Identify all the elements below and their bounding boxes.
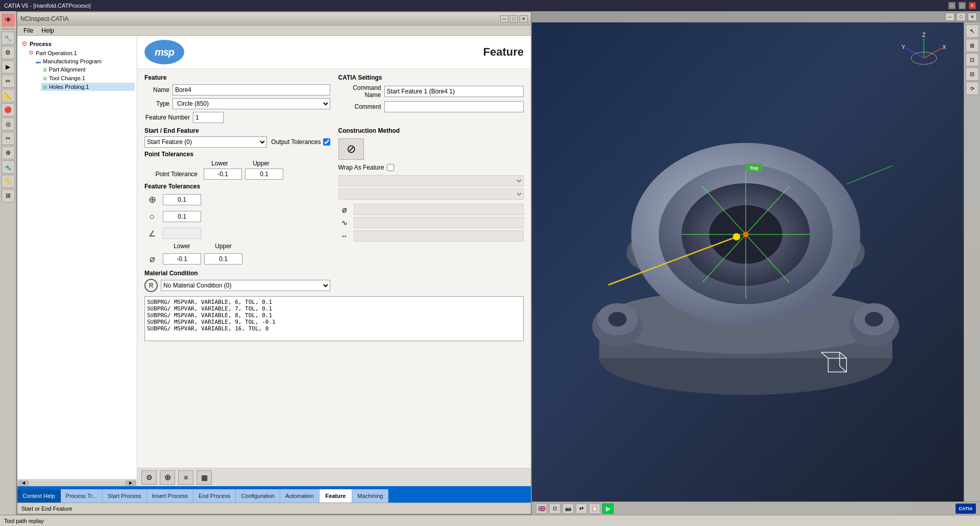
bottom-icon-toolbar: ⚙ ⊕ ≡ ▦ — [137, 468, 531, 486]
vp-bottom-btn-5[interactable]: 📋 — [589, 504, 600, 514]
tool-btn-9[interactable]: ⊕ — [2, 146, 15, 159]
construct-dropdown-2[interactable] — [338, 188, 524, 200]
point-tol-upper-input[interactable] — [245, 169, 283, 180]
file-menu[interactable]: File — [19, 26, 37, 35]
vp-max-btn[interactable]: □ — [957, 13, 966, 21]
type-select[interactable]: Circle (850) — [173, 98, 330, 109]
vp-tool-2[interactable]: ⊞ — [966, 39, 979, 52]
vp-min-btn[interactable]: ─ — [945, 13, 954, 21]
wrap-as-feature-row: Wrap As Feature — [338, 164, 524, 171]
output-tol-label: Output Tolerances — [271, 138, 321, 146]
bottom-btn-1[interactable]: ⚙ — [141, 470, 157, 485]
hscroll-track[interactable] — [29, 481, 126, 486]
mfg-icon: ▬ — [36, 59, 41, 64]
vp-bottom-btn-4[interactable]: ⇄ — [576, 504, 587, 514]
global-status-bar: Tool path replay — [0, 515, 980, 526]
tab-start-process[interactable]: Start Process — [103, 489, 147, 503]
vp-bottom-btn-3[interactable]: 📷 — [562, 504, 574, 514]
os-minimize-btn[interactable]: ─ — [948, 2, 955, 9]
tab-configuration[interactable]: Configuration — [236, 489, 280, 503]
tool-btn-4[interactable]: ✏ — [2, 75, 15, 88]
sym-input-1[interactable] — [354, 204, 524, 215]
bottom-btn-2[interactable]: ⊕ — [160, 470, 175, 485]
feature-title: Feature — [483, 45, 524, 59]
feat-tol-upper-input[interactable] — [204, 253, 242, 265]
tab-insert-process[interactable]: Insert Process — [147, 489, 193, 503]
vp-bottom-btn-1[interactable]: 🇬🇧 — [536, 504, 547, 514]
panel-minimize-btn[interactable]: ─ — [500, 15, 508, 22]
vp-tool-4[interactable]: ⊟ — [966, 67, 979, 81]
svg-point-9 — [608, 312, 627, 327]
tool-btn-12[interactable]: ⊞ — [2, 189, 15, 202]
material-condition-row: R No Material Condition (0) — [144, 279, 330, 292]
tree-mfg-item[interactable]: ▬ Manufacturing Program — [34, 57, 135, 65]
command-name-input[interactable] — [384, 86, 524, 97]
vp-close-btn[interactable]: ✕ — [968, 13, 977, 21]
feat-tol-input-2[interactable] — [163, 211, 201, 222]
tree-holes-item[interactable]: ⊞ Holes Probing.1 — [41, 83, 135, 91]
viewport-3d-content: Z X Y — [532, 22, 980, 501]
tool-btn-1[interactable]: 🔧 — [2, 32, 15, 45]
tree-mfg-label: Manufacturing Program — [43, 58, 102, 64]
feature-number-input[interactable] — [193, 112, 224, 123]
tool-btn-5[interactable]: 📐 — [2, 89, 15, 102]
global-left-toolbar: 👁 🔧 ⚙ ▶ ✏ 📐 🔴 ◎ ✂ ⊕ 🔩 📏 ⊞ — [0, 11, 16, 515]
tree-toolchange-item[interactable]: ⊞ Tool Change.1 — [41, 74, 135, 82]
construct-dropdown-1[interactable] — [338, 175, 524, 186]
output-tol-checkbox[interactable] — [323, 138, 330, 146]
vp-tool-1[interactable]: ↖ — [966, 25, 979, 38]
tab-context-help[interactable]: Context Help — [17, 489, 61, 503]
comment-input[interactable] — [384, 101, 524, 112]
hscroll-right-btn[interactable]: ▶ — [126, 481, 136, 486]
lower-col-header: Lower — [201, 160, 239, 167]
start-end-select[interactable]: Start Feature (0) — [144, 136, 267, 148]
bottom-btn-4[interactable]: ▦ — [197, 470, 212, 485]
eye-tool-btn[interactable]: 👁 — [2, 13, 15, 27]
bottom-btn-3[interactable]: ≡ — [178, 470, 193, 485]
os-close-btn[interactable]: ✕ — [969, 2, 976, 9]
vp-tool-3[interactable]: ⊡ — [966, 53, 979, 66]
panel-close-btn[interactable]: ✕ — [520, 15, 528, 22]
name-input[interactable] — [173, 84, 330, 95]
sym-row-2: ∿ — [338, 217, 524, 228]
tool-btn-8[interactable]: ✂ — [2, 132, 15, 145]
tool-btn-10[interactable]: 🔩 — [2, 160, 15, 174]
code-textarea[interactable]: SUBPRG/ MSPVAR, VARIABLE, 6, TOL, 0.1 SU… — [144, 296, 524, 341]
sym-row-1: ⌀ — [338, 204, 524, 215]
feature-section: Feature Name Type Circle (850) — [144, 74, 330, 123]
tab-process-tr[interactable]: Process Tr... — [61, 489, 103, 503]
tab-machining[interactable]: Machining — [352, 489, 388, 503]
vp-bottom-btn-2[interactable]: ⊡ — [549, 504, 560, 514]
panel-maximize-btn[interactable]: □ — [510, 15, 518, 22]
vp-play-btn[interactable]: ▶ — [602, 504, 614, 514]
process-icon: ⚙ — [21, 40, 28, 47]
help-menu[interactable]: Help — [37, 26, 58, 35]
sym-input-3[interactable] — [354, 230, 524, 242]
wrap-as-feature-checkbox[interactable] — [387, 164, 394, 171]
vp-tool-5[interactable]: ⟳ — [966, 82, 979, 95]
tool-btn-7[interactable]: ◎ — [2, 117, 15, 131]
feat-lower-upper-headers: Lower Upper — [144, 243, 330, 250]
feat-tol-input-3[interactable] — [163, 228, 201, 239]
tool-btn-11[interactable]: 📏 — [2, 175, 15, 188]
hscroll-left-btn[interactable]: ◀ — [18, 481, 29, 486]
tool-btn-2[interactable]: ⚙ — [2, 46, 15, 59]
tab-end-process[interactable]: End Process — [193, 489, 236, 503]
viewport-area: ─ □ ✕ Z X Y — [532, 11, 980, 515]
tab-feature[interactable]: Feature — [320, 489, 353, 503]
tree-part-op-label: Part Operation.1 — [36, 50, 77, 56]
feat-tol-lower-input[interactable] — [163, 253, 201, 265]
svg-text:Top: Top — [749, 165, 758, 171]
sidebar-hscroll[interactable]: ◀ ▶ — [17, 479, 137, 486]
feat-tol-input-1[interactable] — [163, 194, 201, 205]
tool-btn-3[interactable]: ▶ — [2, 60, 15, 74]
tab-automation[interactable]: Automation — [280, 489, 320, 503]
os-maximize-btn[interactable]: □ — [959, 2, 966, 9]
sym-input-2[interactable] — [354, 217, 524, 228]
tool-btn-6[interactable]: 🔴 — [2, 103, 15, 116]
tree-alignment-item[interactable]: ⊞ Part Alignment — [41, 65, 135, 74]
material-condition-select[interactable]: No Material Condition (0) — [161, 280, 330, 291]
tree-process-item[interactable]: ⚙ Process — [19, 39, 135, 49]
tree-part-op-item[interactable]: ⚙ Part Operation.1 — [27, 49, 135, 57]
point-tol-lower-input[interactable] — [204, 169, 242, 180]
